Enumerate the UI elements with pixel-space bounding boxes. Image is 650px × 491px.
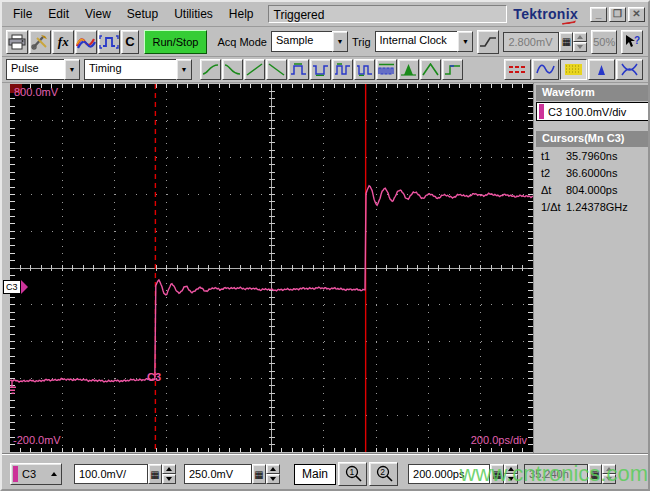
- vertical-bottom-label: -200.0mV: [13, 434, 61, 446]
- context-help-button[interactable]: ?: [621, 30, 643, 54]
- tektronix-logo: Tektronix: [513, 6, 578, 22]
- channel-select-button[interactable]: C3: [10, 463, 62, 485]
- menu-utilities[interactable]: Utilities: [166, 4, 221, 25]
- channel-color-swatch: [539, 104, 544, 119]
- color-grade-icon: [564, 63, 583, 76]
- waveform-scale-label: C3 100.0mV/div: [548, 106, 626, 118]
- close-button[interactable]: ✕: [628, 7, 645, 22]
- menu-view[interactable]: View: [77, 4, 119, 25]
- trigger-status-readout: Triggered: [268, 5, 508, 23]
- readout-value: 36.6000ns: [566, 167, 617, 179]
- chevron-down-icon[interactable]: ▼: [457, 31, 473, 52]
- channel-position-marker[interactable]: C3: [3, 280, 29, 294]
- color-grade-display-button[interactable]: [560, 59, 587, 80]
- trace-label: C3: [147, 371, 161, 383]
- setup-tools-button[interactable]: [29, 30, 51, 54]
- horizontal-position-field[interactable]: 35.240n: [524, 464, 588, 484]
- meas-burst-width-button[interactable]: [376, 59, 397, 80]
- menu-help[interactable]: Help: [221, 4, 262, 25]
- print-button[interactable]: [6, 30, 28, 54]
- meas-negative-duty-button[interactable]: [354, 59, 375, 80]
- run-stop-button[interactable]: Run/Stop: [144, 30, 208, 54]
- keypad-icon[interactable]: ▦: [148, 464, 162, 484]
- cursors-display-button[interactable]: [504, 59, 531, 80]
- help-pointer-icon: ?: [624, 34, 640, 49]
- svg-text:1: 1: [349, 467, 354, 477]
- signal-type-select[interactable]: Pulse ▼: [6, 59, 80, 80]
- risetime-icon: [202, 63, 219, 76]
- keypad-icon[interactable]: ▦: [559, 32, 573, 52]
- c-label: C: [125, 34, 134, 49]
- measure-category-select[interactable]: Timing ▼: [84, 59, 192, 80]
- vertical-offset-spinner[interactable]: [266, 464, 280, 484]
- zoom-2-button[interactable]: 2: [369, 462, 398, 486]
- svg-text:2: 2: [380, 467, 385, 477]
- histogram-icon: [592, 63, 611, 76]
- meas-positive-duty-button[interactable]: [332, 59, 353, 80]
- horizontal-scale-spinner[interactable]: [504, 464, 518, 484]
- readout-name: 1/Δt: [534, 201, 566, 213]
- keypad-icon[interactable]: ▦: [252, 464, 266, 484]
- meas-falltime-button[interactable]: [222, 59, 243, 80]
- chevron-down-icon[interactable]: ▼: [332, 31, 348, 52]
- vertical-scale-control: 100.0mV/ ▦: [74, 464, 176, 484]
- oscilloscope-application-window: { "window": { "menu": ["File", "Edit", "…: [0, 0, 650, 491]
- menu-edit[interactable]: Edit: [40, 4, 77, 25]
- meas-negative-width-button[interactable]: [310, 59, 331, 80]
- menu-file[interactable]: File: [5, 4, 40, 25]
- readout-value: 35.7960ns: [566, 150, 617, 162]
- positive-duty-icon: [334, 63, 351, 76]
- trig-slope-button[interactable]: [477, 30, 499, 54]
- vertical-scale-spinner[interactable]: [162, 464, 176, 484]
- meas-step-button[interactable]: [442, 59, 463, 80]
- timebase-main-tab[interactable]: Main: [294, 464, 336, 485]
- meas-risetime-button[interactable]: [200, 59, 221, 80]
- histogram-display-button[interactable]: [588, 59, 615, 80]
- keypad-icon[interactable]: ▦: [588, 464, 602, 484]
- readout-value: 1.24378GHz: [566, 201, 628, 213]
- restore-button[interactable]: ❐: [609, 7, 626, 22]
- ground-reference-icon: [10, 380, 16, 393]
- meas-peak-button[interactable]: [420, 59, 441, 80]
- vertical-scale-field[interactable]: 100.0mV/: [74, 464, 148, 484]
- horizontal-scale-control: 200.000ps ▦: [408, 464, 518, 484]
- main-toolbar: fx C Run/Stop Acq Mode Sample ▼ Trig Int…: [2, 27, 648, 57]
- graticule[interactable]: 800.0mV -200.0mV 200.0ps/div C3: [10, 84, 533, 452]
- positive-width-icon: [290, 63, 307, 76]
- horizontal-scale-field[interactable]: 200.000ps: [408, 464, 490, 484]
- trig-level-field[interactable]: 2.800mV: [503, 32, 559, 52]
- acq-mode-select[interactable]: Sample ▼: [271, 31, 348, 52]
- chevron-down-icon[interactable]: ▼: [64, 59, 80, 80]
- trig-level-spinner[interactable]: [573, 32, 587, 52]
- horizontal-position-spinner[interactable]: [602, 464, 616, 484]
- pulse-define-button[interactable]: [98, 30, 120, 54]
- vectors-display-button[interactable]: [532, 59, 559, 80]
- menu-bar: File Edit View Setup Utilities Help Trig…: [2, 2, 648, 27]
- minimize-button[interactable]: _: [590, 7, 607, 22]
- channel-marker-label: C3: [3, 280, 21, 294]
- readout-t2: t2 36.6000ns: [534, 164, 650, 181]
- keypad-icon[interactable]: ▦: [490, 464, 504, 484]
- trig-source-select[interactable]: Internal Clock ▼: [375, 31, 474, 52]
- waveform-scale-row[interactable]: C3 100.0mV/div: [536, 102, 650, 121]
- meas-amplitude-button[interactable]: [398, 59, 419, 80]
- meas-positive-width-button[interactable]: [288, 59, 309, 80]
- pulse-brackets-icon: [99, 34, 119, 50]
- acq-mode-label: Acq Mode: [217, 36, 267, 48]
- falltime-icon: [224, 63, 241, 76]
- math-button[interactable]: fx: [52, 30, 74, 54]
- magnifier-1-icon: 1: [343, 465, 363, 483]
- waveform-database-button[interactable]: [75, 30, 97, 54]
- zoom-1-button[interactable]: 1: [338, 462, 367, 486]
- set-to-50pct-button[interactable]: 50%: [591, 30, 616, 54]
- waveform-canvas[interactable]: [10, 84, 533, 452]
- chevron-down-icon[interactable]: ▼: [176, 59, 192, 80]
- cursor-c-button[interactable]: C: [121, 30, 138, 54]
- meas-rising-slope-button[interactable]: [244, 59, 265, 80]
- vertical-offset-field[interactable]: 250.0mV: [184, 464, 252, 484]
- signal-type-value: Pulse: [6, 59, 64, 80]
- menu-setup[interactable]: Setup: [119, 4, 166, 25]
- eye-mask-display-button[interactable]: [616, 59, 643, 80]
- meas-falling-slope-button[interactable]: [266, 59, 287, 80]
- peak-icon: [422, 63, 439, 76]
